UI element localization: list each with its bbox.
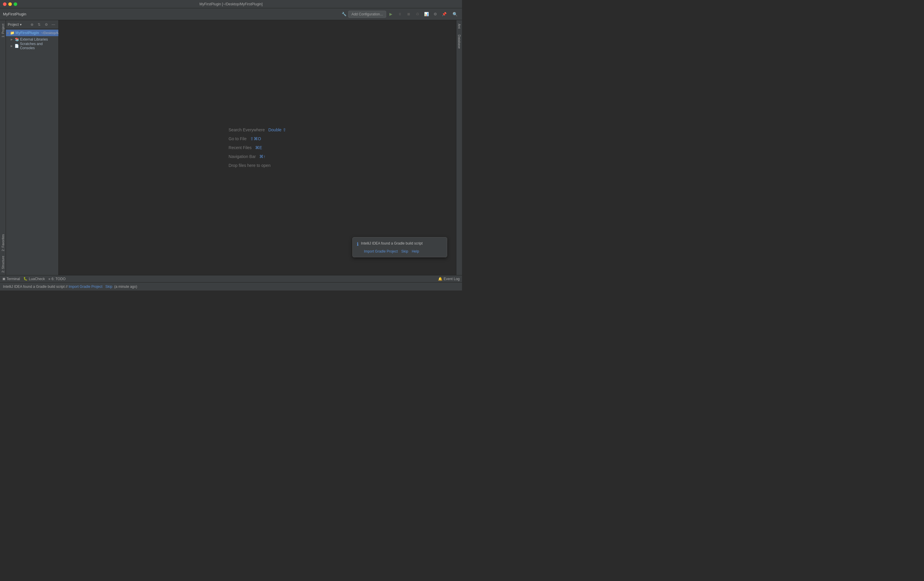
project-toolbar: Project ▾ ⊕ ⇅ ⚙ — <box>6 20 58 29</box>
sidebar-item-project[interactable]: 1: Project <box>1 21 5 40</box>
hint-label-recent: Recent Files <box>228 145 252 150</box>
sidebar-item-ant[interactable]: Ant <box>457 21 462 31</box>
luacheck-button[interactable]: 🐛 LuaCheck <box>23 277 45 281</box>
coverage-button: ♻ <box>413 10 422 18</box>
hint-shortcut-recent: ⌘E <box>255 145 262 150</box>
hint-goto-file: Go to File ⇧⌘O <box>228 136 261 141</box>
project-panel: Project ▾ ⊕ ⇅ ⚙ — ▶ 📁 MyFirstPlugin ~/De… <box>6 20 59 275</box>
hint-nav-bar: Navigation Bar ⌘↑ <box>228 154 266 159</box>
search-everywhere-button[interactable]: 🔍 <box>451 10 459 18</box>
hint-shortcut-search: Double ⇧ <box>268 127 286 132</box>
profile-button: 📊 <box>422 10 431 18</box>
notification-toast: ℹ IntelliJ IDEA found a Gradle build scr… <box>352 237 447 257</box>
run-toolbar: 🔧 Add Configuration... ▶ ⏸ ⏹ ♻ 📊 ⚙ 📌 <box>342 10 448 18</box>
sidebar-item-structure[interactable]: 2: Structure <box>1 253 5 275</box>
folder-icon: 📁 <box>10 31 15 35</box>
skip-status-link[interactable]: Skip <box>106 285 112 289</box>
terminal-label: Terminal <box>7 277 20 281</box>
window-title: MyFirstPlugin [~/Desktop/MyFirstPlugin] <box>200 2 262 6</box>
import-gradle-status-link[interactable]: Import Gradle Project <box>68 285 102 289</box>
sidebar-item-database[interactable]: Database <box>457 32 462 51</box>
tree-arrow-myfirstplugin: ▶ <box>7 31 9 35</box>
hint-shortcut-goto: ⇧⌘O <box>250 136 261 141</box>
welcome-hints: Search Everywhere Double ⇧ Go to File ⇧⌘… <box>228 127 286 168</box>
libraries-icon: 📚 <box>15 37 19 41</box>
app-header: MyFirstPlugin 🔧 Add Configuration... ▶ ⏸… <box>0 8 462 20</box>
sidebar-item-favorites[interactable]: 2: Favorites <box>1 232 5 253</box>
terminal-icon: ▣ <box>2 277 5 281</box>
hint-drop-files: Drop files here to open <box>228 163 271 168</box>
hint-search-everywhere: Search Everywhere Double ⇧ <box>228 127 286 132</box>
tree-arrow-scratches: ▶ <box>11 45 14 48</box>
scratches-icon: 📄 <box>15 44 19 48</box>
status-message: IntelliJ IDEA found a Gradle build scrip… <box>3 285 137 289</box>
todo-button[interactable]: ≡ 6: TODO <box>48 277 66 281</box>
toast-header: ℹ IntelliJ IDEA found a Gradle build scr… <box>357 241 443 247</box>
run-button[interactable]: ▶ <box>387 10 395 18</box>
maximize-button[interactable] <box>14 2 17 6</box>
hint-recent-files: Recent Files ⌘E <box>228 145 262 150</box>
close-panel-button[interactable]: — <box>50 21 57 28</box>
settings-button[interactable]: ⚙ <box>43 21 50 28</box>
todo-label: 6: TODO <box>51 277 66 281</box>
left-tab-bar: 1: Project 2: Favorites 2: Structure <box>0 20 6 275</box>
skip-button[interactable]: Skip <box>401 249 408 253</box>
settings-run-button[interactable]: ⚙ <box>431 10 439 18</box>
import-gradle-button[interactable]: Import Gradle Project <box>364 249 398 253</box>
right-sidebar: Ant Database <box>456 20 462 275</box>
title-bar: MyFirstPlugin [~/Desktop/MyFirstPlugin] <box>0 0 462 8</box>
stop-button: ⏹ <box>404 10 413 18</box>
traffic-lights <box>3 2 17 6</box>
main-content: Search Everywhere Double ⇧ Go to File ⇧⌘… <box>59 20 456 275</box>
status-bar: IntelliJ IDEA found a Gradle build scrip… <box>0 282 462 290</box>
close-button[interactable] <box>3 2 7 6</box>
toast-info-icon: ℹ <box>357 241 358 247</box>
project-label: Project ▾ <box>8 23 28 27</box>
hint-label-goto: Go to File <box>228 136 247 141</box>
event-log-button[interactable]: 🔔 Event Log <box>438 277 460 281</box>
hint-label-nav: Navigation Bar <box>228 154 256 159</box>
tree-path-myfirstplugin: ~/Desktop/MyFirstPlugin <box>41 31 58 35</box>
locate-button[interactable]: ⊕ <box>29 21 35 28</box>
project-tree: ▶ 📁 MyFirstPlugin ~/Desktop/MyFirstPlugi… <box>6 29 58 275</box>
help-button[interactable]: Help <box>412 249 419 253</box>
event-log-label: Event Log <box>444 277 460 281</box>
sort-button[interactable]: ⇅ <box>36 21 42 28</box>
event-log-icon: 🔔 <box>438 277 442 281</box>
run-config-icon: 🔧 <box>342 12 346 16</box>
todo-icon: ≡ <box>48 277 50 281</box>
terminal-button[interactable]: ▣ Terminal <box>2 277 20 281</box>
luacheck-label: LuaCheck <box>29 277 45 281</box>
hint-label-search: Search Everywhere <box>228 127 265 132</box>
main-layout: 1: Project 2: Favorites 2: Structure Pro… <box>0 20 462 275</box>
tree-label-myfirstplugin: MyFirstPlugin <box>15 31 39 35</box>
toast-message: IntelliJ IDEA found a Gradle build scrip… <box>361 241 422 246</box>
bottom-bar: ▣ Terminal 🐛 LuaCheck ≡ 6: TODO 🔔 Event … <box>0 275 462 282</box>
tree-label-scratches: Scratches and Consoles <box>20 42 57 50</box>
toast-actions: Import Gradle Project Skip Help <box>364 249 443 253</box>
tree-item-myfirstplugin[interactable]: ▶ 📁 MyFirstPlugin ~/Desktop/MyFirstPlugi… <box>6 30 58 36</box>
tree-item-scratches[interactable]: ▶ 📄 Scratches and Consoles <box>6 43 58 49</box>
minimize-button[interactable] <box>8 2 12 6</box>
tree-arrow-external: ▶ <box>11 38 14 41</box>
pause-button: ⏸ <box>396 10 404 18</box>
pin-button[interactable]: 📌 <box>440 10 448 18</box>
app-name: MyFirstPlugin <box>3 12 26 16</box>
luacheck-icon: 🐛 <box>23 277 28 281</box>
hint-shortcut-nav: ⌘↑ <box>259 154 266 159</box>
tree-label-external-libraries: External Libraries <box>20 37 48 41</box>
hint-label-drop: Drop files here to open <box>228 163 271 168</box>
add-configuration-button[interactable]: Add Configuration... <box>348 11 386 18</box>
